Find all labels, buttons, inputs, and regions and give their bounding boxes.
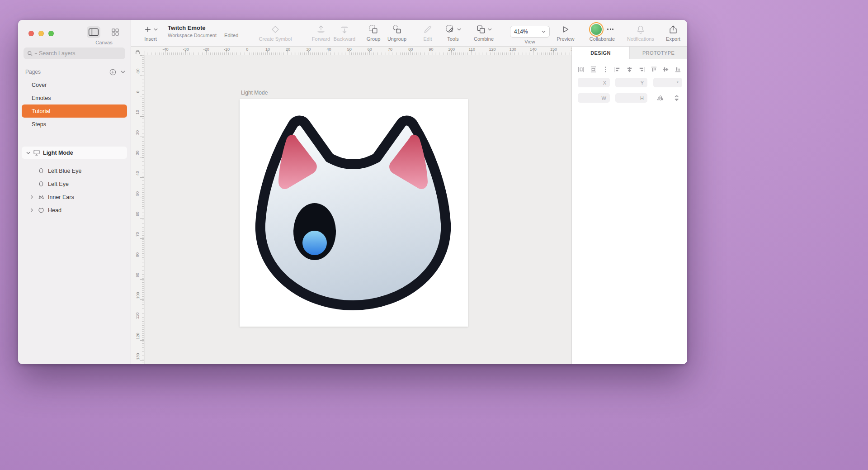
layer-artboard-row[interactable]: Light Mode	[22, 147, 127, 159]
layer-row-head[interactable]: Head	[18, 204, 131, 217]
create-symbol-button[interactable]: Create Symbol	[256, 23, 294, 42]
y-position-field[interactable]: Y	[615, 78, 647, 87]
preview-label: Preview	[547, 36, 585, 42]
sidebar: Canvas Pages	[18, 20, 131, 364]
align-top-icon[interactable]	[651, 66, 657, 73]
align-middle-icon[interactable]	[662, 66, 669, 73]
width-field-label: W	[602, 95, 606, 101]
ruler-lock-icon[interactable]	[135, 49, 141, 55]
search-input[interactable]	[39, 50, 122, 57]
ruler-number: -20	[196, 47, 217, 55]
page-item[interactable]: Emotes	[22, 91, 127, 104]
create-symbol-icon	[256, 23, 294, 35]
zoom-value: 414%	[514, 28, 528, 35]
expand-layer-chevron-icon[interactable]	[29, 208, 34, 212]
flip-horizontal-button[interactable]	[654, 93, 666, 103]
ruler-number: 10	[131, 102, 144, 122]
ears-group-icon	[37, 194, 45, 200]
document-title: Twitch Emote	[168, 24, 238, 31]
collaborate-button[interactable]: Collaborate	[583, 23, 621, 42]
tools-icon	[445, 24, 455, 34]
layer-row-left-eye[interactable]: Left Eye	[18, 177, 131, 190]
layer-label: Inner Ears	[48, 194, 74, 200]
collaborate-label: Collaborate	[583, 36, 621, 42]
insert-button[interactable]: Insert	[132, 23, 170, 42]
horizontal-ruler: -40-30-20-100102030405060708090100110120…	[145, 47, 571, 55]
align-center-horizontal-icon[interactable]	[626, 66, 633, 73]
insert-plus-icon	[144, 25, 152, 33]
tab-prototype[interactable]: PROTOTYPE	[629, 47, 687, 59]
page-item[interactable]: Steps	[22, 118, 127, 131]
export-button[interactable]: Export	[654, 23, 687, 42]
x-position-field[interactable]: X	[578, 78, 610, 87]
expand-layer-chevron-icon[interactable]	[29, 195, 34, 199]
flip-vertical-button[interactable]	[670, 93, 682, 103]
artboard-light-mode[interactable]	[240, 99, 468, 327]
fullscreen-window-button[interactable]	[48, 31, 54, 36]
toolbar: Insert Twitch Emote Workspace Document —…	[131, 20, 687, 47]
search-icon	[27, 51, 33, 57]
canvas-view-toggle[interactable]	[87, 26, 100, 38]
layer-row-left-blue-eye[interactable]: Left Blue Eye	[18, 164, 131, 177]
page-item[interactable]: Cover	[22, 78, 127, 91]
spacing-options-icon[interactable]	[602, 66, 609, 73]
align-bottom-icon[interactable]	[675, 66, 681, 73]
flip-vertical-icon	[673, 95, 680, 101]
search-layers-field[interactable]	[24, 47, 125, 59]
inspector-panel: DESIGN PROTOTYPE	[571, 47, 687, 364]
components-view-toggle[interactable]	[108, 26, 122, 38]
ruler-number: 90	[131, 265, 144, 285]
layer-label: Left Blue Eye	[48, 168, 81, 174]
width-field[interactable]: W	[578, 93, 610, 103]
ruler-number: 40	[319, 47, 339, 55]
ruler-number: 120	[131, 326, 144, 346]
ruler-number: -40	[155, 47, 175, 55]
collaborate-more-icon[interactable]	[607, 28, 613, 30]
ruler-number: 50	[339, 47, 359, 55]
zoom-dropdown[interactable]: 414%	[510, 26, 550, 38]
combine-button[interactable]: Combine	[465, 23, 503, 42]
canvas[interactable]: Light Mode	[145, 55, 571, 364]
tab-design[interactable]: DESIGN	[572, 47, 629, 59]
ruler-number: 70	[131, 224, 144, 244]
ruler-number: 160	[564, 47, 571, 55]
pages-list: Cover Emotes Tutorial Steps	[18, 78, 131, 131]
distribute-horizontal-icon[interactable]	[578, 66, 585, 73]
flip-horizontal-icon	[656, 95, 664, 101]
chevron-down-icon	[457, 28, 461, 31]
page-item-label: Steps	[32, 121, 46, 128]
collaborator-avatar[interactable]	[591, 24, 602, 35]
ruler-number: 80	[131, 244, 144, 265]
add-page-icon[interactable]	[109, 69, 116, 76]
ruler-number: 130	[131, 346, 144, 364]
align-right-icon[interactable]	[638, 66, 645, 73]
page-item-label: Tutorial	[32, 108, 50, 114]
insert-label: Insert	[132, 36, 170, 42]
page-item[interactable]: Tutorial	[22, 104, 127, 118]
sidebar-divider	[18, 145, 131, 145]
oval-layer-icon	[37, 167, 45, 174]
canvas-view-icon	[88, 28, 99, 36]
ruler-number: 80	[401, 47, 421, 55]
distribute-vertical-icon[interactable]	[590, 66, 597, 73]
ruler-number: 110	[131, 305, 144, 326]
artboard-title[interactable]: Light Mode	[241, 90, 268, 96]
document-title-block: Twitch Emote Workspace Document — Edited	[168, 24, 238, 38]
layer-row-inner-ears[interactable]: Inner Ears	[18, 190, 131, 204]
minimize-window-button[interactable]	[38, 31, 44, 36]
ruler-number: 110	[462, 47, 482, 55]
collapse-artboard-chevron-icon[interactable]	[26, 152, 30, 154]
view-label: View	[511, 39, 549, 44]
height-field[interactable]: H	[615, 93, 647, 103]
align-left-icon[interactable]	[614, 66, 621, 73]
close-window-button[interactable]	[28, 31, 34, 36]
components-grid-icon	[111, 28, 120, 37]
rotation-field-label: °	[677, 80, 679, 85]
preview-button[interactable]: Preview	[547, 23, 585, 42]
cat-emote-drawing[interactable]	[254, 113, 453, 312]
rotation-field[interactable]: °	[653, 78, 682, 87]
ruler-number: 30	[298, 47, 319, 55]
ruler-number: 130	[503, 47, 523, 55]
preview-play-icon	[547, 23, 585, 35]
collapse-pages-chevron-icon[interactable]	[121, 71, 125, 73]
